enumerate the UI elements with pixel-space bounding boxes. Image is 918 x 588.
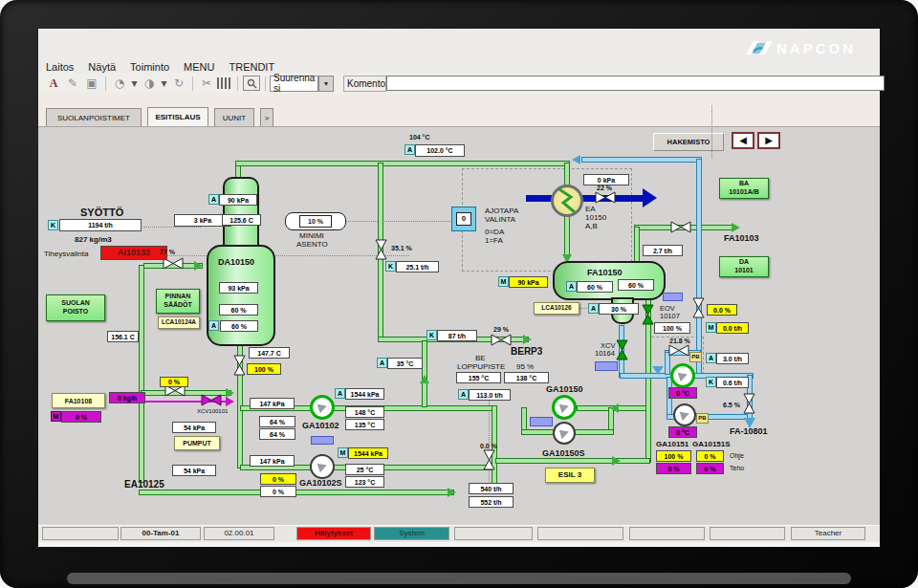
menu-nayta[interactable]: Näytä	[88, 61, 116, 73]
right-a-flow[interactable]: 3.0 t/h	[716, 353, 749, 364]
zoom-select[interactable]: Suurenna si	[270, 76, 318, 92]
nav-back-dropdown-icon[interactable]: ▾	[130, 76, 139, 92]
ga10151-teho[interactable]: 0 %	[656, 463, 691, 474]
fa-boot-level[interactable]: 30 %	[599, 303, 639, 315]
da-bottom-valve-pos[interactable]: 100 %	[247, 363, 281, 375]
fa-out-flow[interactable]: 2.7 t/h	[643, 245, 683, 256]
ga10102-discharge-a[interactable]: 1544 kPa	[345, 388, 384, 400]
valve-bypass-218[interactable]	[668, 344, 689, 357]
ga10102s-temp1[interactable]: 25 °C	[345, 464, 384, 475]
valve-ea-22[interactable]	[595, 191, 616, 204]
be-temp-1[interactable]: 155 °C	[456, 372, 501, 383]
tab-more-button[interactable]: >	[260, 108, 273, 126]
fa-pressure[interactable]: 90 kPa	[509, 276, 548, 288]
da-pressure[interactable]: 93 kPa	[219, 282, 258, 294]
barcode-icon[interactable]	[217, 77, 232, 89]
status-alarms-button[interactable]: Hälytykset	[296, 527, 371, 540]
preview-icon[interactable]	[243, 76, 260, 91]
right-k-flow[interactable]: 0.6 t/h	[716, 377, 749, 388]
menu-laitos[interactable]: Laitos	[46, 61, 74, 73]
pump-ga10150s[interactable]	[553, 422, 576, 445]
pump-suction-press-1[interactable]: 54 kPa	[172, 422, 216, 433]
tab-suolanpoistimet[interactable]: SUOLANPOISTIMET	[46, 108, 142, 126]
valve-xcv100101[interactable]	[201, 394, 222, 406]
da-bottom-temp[interactable]: 147.7 C	[249, 347, 290, 359]
left-valve-pos[interactable]: 0 %	[160, 377, 188, 387]
pb-badge[interactable]: PB	[689, 352, 702, 362]
fa10108-pct[interactable]: 0 %	[61, 411, 101, 423]
pump-suction-press-2[interactable]: 54 kPa	[172, 465, 216, 476]
valve-da-bottom-100[interactable]	[233, 355, 246, 376]
ga10102-temp2[interactable]: 135 °C	[345, 419, 384, 430]
fa10108-flow[interactable]: 0 kg/h	[109, 392, 145, 403]
be-temp-2[interactable]: 138 °C	[504, 372, 549, 383]
nav-back-circle-icon[interactable]: ◔	[111, 76, 128, 92]
minimi-asento-pill[interactable]: 10 %	[285, 212, 346, 230]
pb-badge[interactable]: PB	[696, 413, 709, 424]
pump-ga10102[interactable]	[310, 395, 335, 420]
bottom-flow-1[interactable]: 540 t/h	[469, 483, 514, 494]
ga10102-pos1[interactable]: 64 %	[259, 416, 295, 427]
menu-menu[interactable]: MENU	[184, 61, 214, 73]
ga10102s-temp2[interactable]: 123 °C	[345, 476, 384, 488]
ga10102-pos1b[interactable]: 64 %	[259, 428, 295, 440]
menu-trendit[interactable]: TRENDIT	[229, 61, 274, 73]
ga10102s-posb[interactable]: 0 %	[260, 486, 296, 497]
ga10151s-temp[interactable]: 0 °C	[668, 426, 697, 438]
da-level[interactable]: 60 %	[219, 304, 258, 316]
tab-esitislaus[interactable]: ESITISLAUS	[147, 107, 208, 126]
be-in-temp[interactable]: 35 °C	[387, 358, 423, 369]
page-next-button[interactable]: ▶	[757, 132, 780, 149]
ga10102s-pos[interactable]: 0 %	[260, 473, 296, 485]
da-top-pressure[interactable]: 90 kPa	[219, 194, 257, 206]
nav-suolan-poisto[interactable]: SUOLAN POISTO	[46, 294, 105, 321]
nav-pinnan-saadot[interactable]: PINNAN SÄÄDÖT	[156, 289, 200, 314]
valve-fa10103[interactable]	[670, 221, 691, 233]
tab-uunit[interactable]: UUNIT	[214, 108, 254, 126]
valve-right-00[interactable]	[692, 297, 705, 318]
komento-input[interactable]	[386, 76, 885, 91]
nav-forward-circle-icon[interactable]: ◑	[141, 76, 158, 92]
refresh-icon[interactable]: ↻	[170, 76, 187, 92]
ga10102-suction[interactable]: 147 kPa	[250, 398, 295, 409]
window-icon[interactable]: ▣	[83, 76, 100, 92]
overhead-temp-pv[interactable]: 102.0 °C	[415, 144, 465, 157]
ga10150-flow[interactable]: 113.0 t/h	[469, 389, 511, 401]
bottom-flow-2[interactable]: 552 t/h	[469, 496, 514, 508]
ga10102-temp1[interactable]: 148 °C	[345, 406, 384, 418]
ga10151-ohje[interactable]: 100 %	[656, 450, 691, 462]
valve-xcv10164[interactable]	[616, 339, 628, 360]
nav-lca10124a[interactable]: LCA10124A	[158, 316, 200, 329]
valve-fa10801-65[interactable]	[743, 393, 755, 414]
cut-icon[interactable]: ✂	[198, 76, 215, 92]
nav-lca10126[interactable]: LCA10126	[534, 302, 579, 315]
ga10151-temp[interactable]: 0 °C	[668, 387, 697, 399]
nav-fa10108[interactable]: FA10108	[52, 393, 105, 408]
da-top-temp[interactable]: 125.6 C	[222, 214, 261, 226]
ga10102s-suction[interactable]: 147 kPa	[250, 455, 295, 467]
zoom-select-arrow-icon[interactable]: ▾	[318, 76, 334, 92]
ga10102-discharge-m[interactable]: 1544 kPa	[348, 447, 388, 459]
right-valve-top-pos[interactable]: 0.0 %	[707, 304, 737, 316]
sidedraw-flow[interactable]: 25.1 t/h	[396, 261, 439, 272]
menu-toiminto[interactable]: Toiminto	[130, 61, 169, 73]
valve-drain-00[interactable]	[483, 449, 495, 470]
pump-ga10150[interactable]	[552, 395, 577, 420]
page-prev-button[interactable]: ◀	[732, 132, 754, 149]
nav-da10101[interactable]: DA 10101	[719, 256, 769, 277]
feed-line-temp[interactable]: 156.1 C	[107, 331, 139, 342]
fa-level-b[interactable]: 60 %	[618, 279, 654, 291]
fa-level-a[interactable]: 60 %	[577, 281, 613, 293]
nav-pumput[interactable]: PUMPUT	[174, 436, 220, 450]
feed-flow-value[interactable]: 1194 t/h	[59, 219, 142, 231]
berp-flow[interactable]: 87 t/h	[437, 330, 477, 341]
nav-esil3[interactable]: ESIL 3	[545, 468, 595, 483]
alarm-icon[interactable]: A	[45, 76, 62, 92]
ajotapa-selector[interactable]: 0	[451, 207, 476, 231]
ga10151s-teho[interactable]: 0 %	[696, 463, 724, 474]
nav-ba10101[interactable]: BA 10101A/B	[719, 178, 769, 199]
valve-berp-29[interactable]	[491, 334, 512, 346]
status-system-button[interactable]: System	[374, 527, 449, 540]
edit-icon[interactable]: ✎	[64, 76, 81, 92]
da-level2[interactable]: 60 %	[220, 320, 258, 332]
